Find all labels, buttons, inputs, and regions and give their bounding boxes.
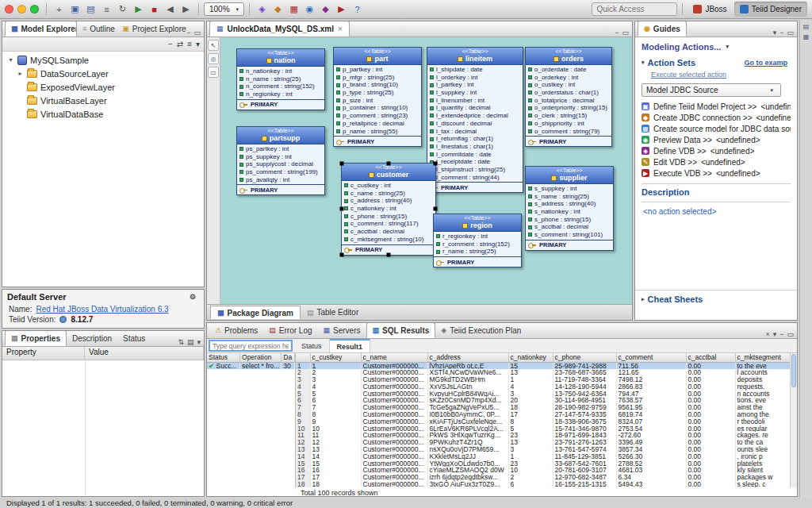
result-cell[interactable]: 16	[310, 467, 361, 474]
history-column-header[interactable]: Status	[207, 353, 240, 362]
result-row[interactable]: 88Customer#000000...I0B10bB0AymmC, 0P...…	[296, 411, 791, 418]
table-attribute[interactable]: n_name : string(25)	[237, 75, 324, 83]
result-cell[interactable]: 13	[310, 446, 361, 453]
result-cell[interactable]: Customer#000000...	[361, 453, 427, 460]
table-attribute[interactable]: p_comment : string(23)	[334, 112, 421, 120]
result-row[interactable]: 22Customer#000000...XSTf4,NCwDVaWNe6...1…	[296, 369, 791, 376]
tab-properties[interactable]: ▤ Properties	[5, 330, 67, 346]
view-menu-icon[interactable]: ▾	[773, 330, 777, 338]
table-attribute[interactable]: p_mfgr : string(25)	[334, 74, 421, 82]
result-cell[interactable]: 12	[310, 439, 361, 446]
table-attribute[interactable]: ps_availqty : int	[237, 176, 324, 184]
result-cell[interactable]: Customer#000000...	[361, 369, 427, 376]
table-attribute[interactable]: c_name : string(25)	[342, 190, 435, 198]
table-attribute[interactable]: r_regionkey : int	[434, 233, 521, 241]
row-number-cell[interactable]: 8	[296, 411, 310, 418]
result-cell[interactable]: 0.00	[686, 425, 735, 433]
section-collapsed-icon[interactable]: ▸	[642, 296, 645, 302]
result-cell[interactable]: 18-971-699-1843	[553, 432, 616, 439]
result-row[interactable]: 1616Customer#000000...cYiaeMLZSMAOQ2 d0W…	[296, 467, 791, 474]
row-number-cell[interactable]: 15	[296, 460, 310, 468]
tab-outline[interactable]: ≡ Outline	[77, 21, 117, 37]
table-attribute[interactable]: l_orderkey : int	[427, 74, 523, 82]
result-cell[interactable]: 10	[310, 425, 361, 433]
result-cell[interactable]: l accounts	[735, 369, 791, 376]
create-jdbc-connection-icon[interactable]: ◆	[270, 2, 285, 17]
column-header[interactable]: c_mktsegment	[735, 353, 791, 362]
row-number-cell[interactable]: 1	[296, 362, 310, 369]
table-attribute[interactable]: c_comment : string(117)	[342, 220, 435, 228]
result-cell[interactable]: 15-741-346-9870	[553, 425, 616, 433]
table-attribute[interactable]: o_clerk : string(15)	[526, 112, 611, 120]
result-cell[interactable]: Customer#000000...	[361, 391, 427, 398]
row-number-cell[interactable]: 13	[296, 446, 310, 453]
result-cell[interactable]: among the	[735, 411, 791, 418]
view-menu-icon[interactable]: ▾	[196, 40, 200, 48]
editor-tab[interactable]: ▦ UnlockData_MySQL_DS.xml ×	[209, 21, 350, 37]
table-attribute[interactable]: p_partkey : int	[334, 66, 421, 74]
selection-handle[interactable]	[340, 207, 344, 211]
perspective-teiid-designer[interactable]: Teiid Designer	[734, 2, 807, 17]
result-cell[interactable]: 12-970-682-3487	[553, 474, 616, 481]
result-cell[interactable]: 0.00	[686, 467, 735, 474]
diagram-table-part[interactable]: <<Table>>partp_partkey : intp_mfgr : str…	[333, 47, 422, 147]
table-attribute[interactable]: c_custkey : int	[342, 182, 435, 190]
table-attribute[interactable]: s_name : string(25)	[526, 193, 613, 201]
define-vdb-icon[interactable]: ◆	[318, 2, 333, 17]
table-attribute[interactable]: o_custkey : int	[526, 81, 611, 89]
result-cell[interactable]: 16-155-215-1315	[553, 481, 616, 487]
result-cell[interactable]: Customer#000000...	[361, 397, 427, 404]
zoom-tool-icon[interactable]: ◎	[208, 53, 219, 64]
result-cell[interactable]: I0B10bB0AymmC, 0P...	[427, 411, 508, 418]
maximize-editor-icon[interactable]: ▭	[622, 29, 629, 37]
result-cell[interactable]: 0.00	[686, 362, 735, 369]
table-header[interactable]: <<Table>>region	[434, 214, 521, 232]
help-icon[interactable]: ?	[350, 2, 365, 17]
table-primary-key[interactable]: PRIMARY	[434, 256, 521, 267]
tab-servers[interactable]: ▦Servers	[318, 322, 366, 338]
table-attribute[interactable]: s_address : string(40)	[526, 200, 613, 208]
tree-item-datasourcelayer[interactable]: ▸DataSourceLayer	[2, 67, 204, 80]
table-header[interactable]: <<Table>>part	[334, 48, 421, 65]
result-cell[interactable]: izrh 6jdqtp2eqdtbksw...	[427, 474, 508, 481]
diagram-table-nation[interactable]: <<Table>>nationn_nationkey : intn_name :…	[236, 48, 325, 110]
row-number-cell[interactable]: 7	[296, 404, 310, 411]
result-cell[interactable]: 23	[508, 432, 553, 439]
row-number-cell[interactable]: 12	[296, 439, 310, 446]
result-cell[interactable]: 13	[508, 439, 553, 446]
result-cell[interactable]: Customer#000000...	[361, 439, 427, 446]
selection-handle[interactable]	[387, 162, 391, 166]
selection-handle[interactable]	[434, 207, 438, 211]
query-filter-input[interactable]	[209, 340, 293, 352]
result-cell[interactable]: Customer#000000...	[361, 467, 427, 474]
result-cell[interactable]: 0.00	[686, 369, 735, 376]
result-cell[interactable]: TcGe5gaZNgVePxU5...	[427, 404, 508, 411]
table-attribute[interactable]: p_type : string(25)	[334, 89, 421, 97]
action-item-define-vdb[interactable]: ◈Define VDB >><undefined>	[642, 145, 791, 156]
forward-icon[interactable]: ▶	[178, 2, 193, 17]
execute-selected-action-link[interactable]: Execute selected action	[651, 71, 791, 79]
table-attribute[interactable]: s_nationkey : int	[526, 208, 613, 216]
section-expand-icon[interactable]: ▾	[642, 60, 645, 66]
result-row[interactable]: 44Customer#000000...XxVSJsLAGtn414-128-1…	[296, 383, 791, 391]
result-row[interactable]: 55Customer#000000...KvpyuHCplrB84WgAi...…	[296, 391, 791, 398]
result-cell[interactable]: 25-989-741-2988	[553, 362, 616, 369]
result-cell[interactable]: 2753.54	[616, 425, 686, 433]
result-cell[interactable]: 0.00	[686, 474, 735, 481]
diagram-table-customer[interactable]: <<Table>>customerc_custkey : intc_name :…	[341, 163, 436, 256]
tab-package-diagram[interactable]: ▦ Package Diagram	[210, 306, 301, 319]
action-item-create-source-model[interactable]: ▦Create source model for JDBC data sourc…	[642, 123, 791, 134]
tab-sql-results[interactable]: ▥SQL Results	[366, 322, 436, 338]
table-attribute[interactable]: l_suppkey : int	[427, 89, 523, 97]
close-icon[interactable]: ×	[765, 330, 769, 338]
result-cell[interactable]: 0.00	[686, 446, 735, 453]
result-cell[interactable]: 18-338-906-3675	[553, 418, 616, 425]
result-cell[interactable]: 0.00	[686, 418, 735, 425]
result-cell[interactable]: 3396.49	[616, 439, 686, 446]
result-cell[interactable]: KXkletMsLq2JJ	[427, 453, 508, 460]
tab-error-log[interactable]: ▤Error Log	[263, 322, 317, 338]
column-header[interactable]: c_phone	[553, 353, 616, 362]
table-attribute[interactable]: ps_suppkey : int	[237, 153, 324, 161]
table-attribute[interactable]: l_partkey : int	[427, 81, 523, 89]
history-date-cell[interactable]: 30	[282, 362, 295, 369]
